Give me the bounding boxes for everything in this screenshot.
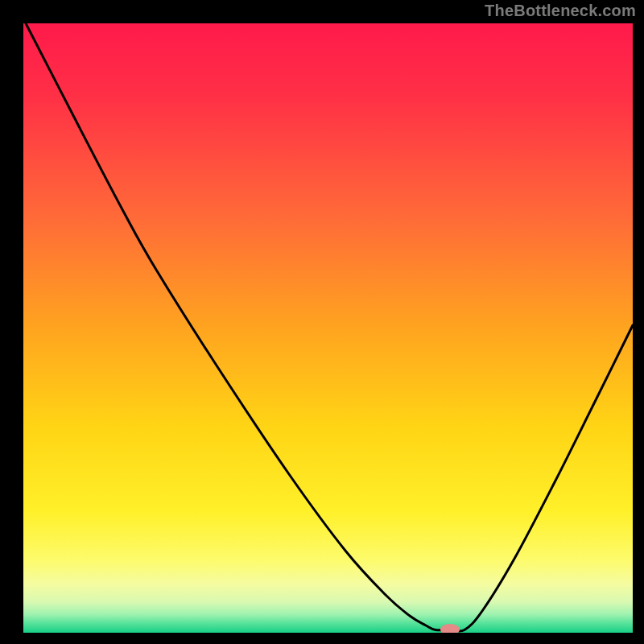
optimum-marker xyxy=(438,621,462,633)
bottleneck-curve xyxy=(26,23,633,631)
viewport: TheBottleneck.com xyxy=(0,0,644,644)
optimum-marker-ellipse xyxy=(440,624,460,633)
chart-svg xyxy=(23,23,633,633)
watermark-text: TheBottleneck.com xyxy=(485,2,636,20)
chart-plot-area xyxy=(23,23,633,633)
